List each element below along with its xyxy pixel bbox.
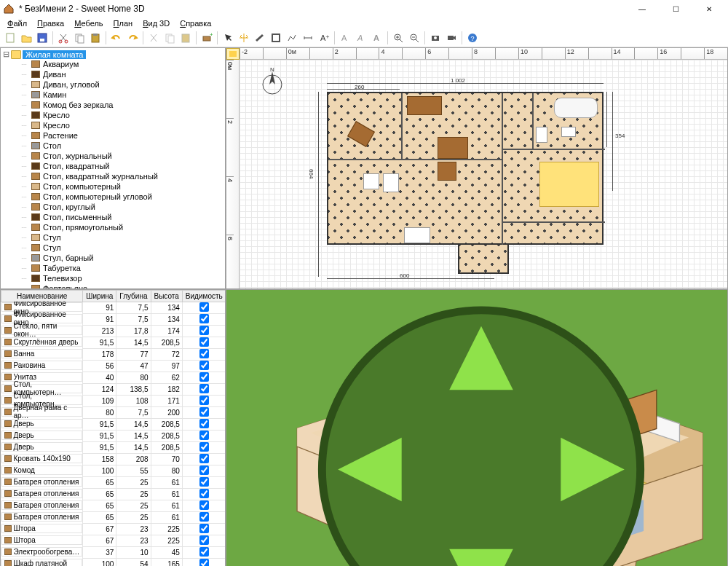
- camera-icon[interactable]: [428, 31, 443, 45]
- catalog-category-label[interactable]: Жилая комната: [23, 50, 86, 59]
- new-file-icon[interactable]: [3, 31, 17, 45]
- menu-3[interactable]: План: [109, 17, 138, 29]
- table-row[interactable]: Дверь91,514,5208,5: [1, 442, 226, 454]
- row-visible-checkbox[interactable]: [199, 500, 209, 510]
- table-row[interactable]: Шкаф платяной10054165: [1, 559, 226, 567]
- catalog-item[interactable]: ⋯Кресло: [2, 110, 223, 120]
- wall-icon[interactable]: [253, 31, 267, 45]
- catalog-item[interactable]: ⋯Стол, квадратный журнальный: [2, 171, 223, 181]
- row-visible-checkbox[interactable]: [199, 407, 209, 417]
- catalog-item[interactable]: ⋯Стул: [2, 243, 223, 253]
- row-visible-checkbox[interactable]: [199, 326, 209, 335]
- table-header[interactable]: Высота: [151, 291, 182, 302]
- catalog-item[interactable]: ⋯Стол, журнальный: [2, 151, 223, 161]
- table-row[interactable]: Батарея отопления652561: [1, 500, 226, 512]
- table-row[interactable]: Электрообогрева…371045: [1, 547, 226, 559]
- catalog-item[interactable]: ⋯Стол, прямоугольный: [2, 222, 223, 232]
- table-row[interactable]: Ванна1787772: [1, 349, 226, 361]
- table-row[interactable]: Стекло, пяти окон…21317,8174: [1, 326, 226, 337]
- table-header[interactable]: Видимость: [182, 291, 226, 302]
- table-row[interactable]: Скруглённая дверь91,514,5208,5: [1, 337, 226, 349]
- furniture-catalog-panel[interactable]: ⊟ Жилая комната ⋯Аквариум⋯Диван⋯Диван, у…: [0, 47, 226, 289]
- catalog-item[interactable]: ⋯Растение: [2, 130, 223, 141]
- row-visible-checkbox[interactable]: [199, 454, 209, 463]
- table-header[interactable]: Наименование: [1, 291, 83, 302]
- catalog-item[interactable]: ⋯Стол: [2, 141, 223, 151]
- row-visible-checkbox[interactable]: [199, 535, 209, 545]
- row-visible-checkbox[interactable]: [199, 489, 209, 498]
- catalog-item[interactable]: ⋯Стул: [2, 232, 223, 243]
- catalog-item[interactable]: ⋯Фортепьяно: [2, 283, 223, 289]
- collapse-icon[interactable]: ⊟: [2, 50, 9, 59]
- row-visible-checkbox[interactable]: [199, 302, 209, 312]
- menu-2[interactable]: Мебель: [70, 17, 107, 29]
- catalog-item[interactable]: ⋯Стол, компьютерный угловой: [2, 192, 223, 202]
- row-visible-checkbox[interactable]: [199, 337, 209, 347]
- text-a3-icon[interactable]: A: [370, 31, 384, 45]
- polyline-icon[interactable]: [285, 31, 299, 45]
- table-row[interactable]: Батарея отопления652561: [1, 489, 226, 500]
- cut2-icon[interactable]: [146, 31, 161, 45]
- catalog-item[interactable]: ⋯Стул, барный: [2, 253, 223, 263]
- table-row[interactable]: Штора6723225: [1, 524, 226, 535]
- select-icon[interactable]: [221, 31, 235, 45]
- zoom-out-icon[interactable]: [407, 31, 422, 45]
- row-visible-checkbox[interactable]: [199, 372, 209, 382]
- plan-ruler-vertical[interactable]: 0м2468: [226, 60, 240, 288]
- undo-icon[interactable]: [109, 31, 124, 45]
- house-extension[interactable]: [458, 245, 509, 274]
- open-file-icon[interactable]: [19, 31, 33, 45]
- catalog-item[interactable]: ⋯Камин: [2, 90, 223, 100]
- row-visible-checkbox[interactable]: [199, 465, 209, 475]
- furniture-table[interactable]: [438, 137, 468, 159]
- catalog-item[interactable]: ⋯Табуретка: [2, 263, 223, 273]
- table-row[interactable]: Дверь91,514,5208,5: [1, 431, 226, 442]
- maximize-button[interactable]: ☐: [660, 0, 692, 17]
- floor-plan-panel[interactable]: -20м24681012141618 0м2468 N 1 002 260 35…: [226, 47, 728, 289]
- table-row[interactable]: Батарея отопления652561: [1, 477, 226, 489]
- table-row[interactable]: Раковина564797: [1, 361, 226, 372]
- table-row[interactable]: Кровать 140x19015820870: [1, 454, 226, 465]
- compass-icon[interactable]: N: [258, 67, 287, 96]
- wall[interactable]: [532, 93, 534, 149]
- catalog-item[interactable]: ⋯Кресло: [2, 120, 223, 130]
- catalog-item[interactable]: ⋯Телевизор: [2, 273, 223, 283]
- row-visible-checkbox[interactable]: [199, 547, 209, 557]
- menu-5[interactable]: Справка: [175, 17, 215, 29]
- plan-ruler-horizontal[interactable]: -20м24681012141618: [240, 48, 727, 60]
- catalog-item[interactable]: ⋯Стол, квадратный: [2, 161, 223, 171]
- catalog-item[interactable]: ⋯Стол, круглый: [2, 202, 223, 212]
- catalog-item[interactable]: ⋯Стол, компьютерный: [2, 181, 223, 192]
- catalog-item[interactable]: ⋯Диван: [2, 69, 223, 79]
- row-visible-checkbox[interactable]: [199, 524, 209, 533]
- catalog-item[interactable]: ⋯Диван, угловой: [2, 79, 223, 90]
- table-header[interactable]: Ширина: [83, 291, 116, 302]
- row-visible-checkbox[interactable]: [199, 512, 209, 522]
- furniture-chair[interactable]: [438, 162, 456, 181]
- row-visible-checkbox[interactable]: [199, 419, 209, 428]
- furniture-desk[interactable]: [407, 96, 442, 115]
- pan-icon[interactable]: [237, 31, 251, 45]
- catalog-category-row[interactable]: ⊟ Жилая комната: [2, 50, 223, 59]
- redo-icon[interactable]: [125, 31, 140, 45]
- furniture-fridge[interactable]: [383, 173, 399, 192]
- furniture-door-area[interactable]: [404, 227, 430, 243]
- wall[interactable]: [401, 93, 403, 159]
- cut-icon[interactable]: [56, 31, 71, 45]
- 3d-nav-control[interactable]: [231, 294, 728, 566]
- text-a-icon[interactable]: A: [338, 31, 352, 45]
- row-visible-checkbox[interactable]: [199, 314, 209, 323]
- furniture-table-panel[interactable]: НаименованиеШиринаГлубинаВысотаВидимость…: [0, 289, 226, 566]
- wall[interactable]: [502, 149, 605, 150]
- house-outline[interactable]: [327, 92, 604, 245]
- paste2-icon[interactable]: [178, 31, 193, 45]
- row-visible-checkbox[interactable]: [199, 477, 209, 487]
- row-visible-checkbox[interactable]: [199, 442, 209, 452]
- room-icon[interactable]: [269, 31, 283, 45]
- furniture-sink[interactable]: [561, 127, 576, 137]
- 3d-view-panel[interactable]: [226, 289, 728, 566]
- table-row[interactable]: Дверь91,514,5208,5: [1, 419, 226, 431]
- paste-icon[interactable]: [88, 31, 103, 45]
- menu-4[interactable]: Вид 3D: [138, 17, 174, 29]
- row-visible-checkbox[interactable]: [199, 361, 209, 370]
